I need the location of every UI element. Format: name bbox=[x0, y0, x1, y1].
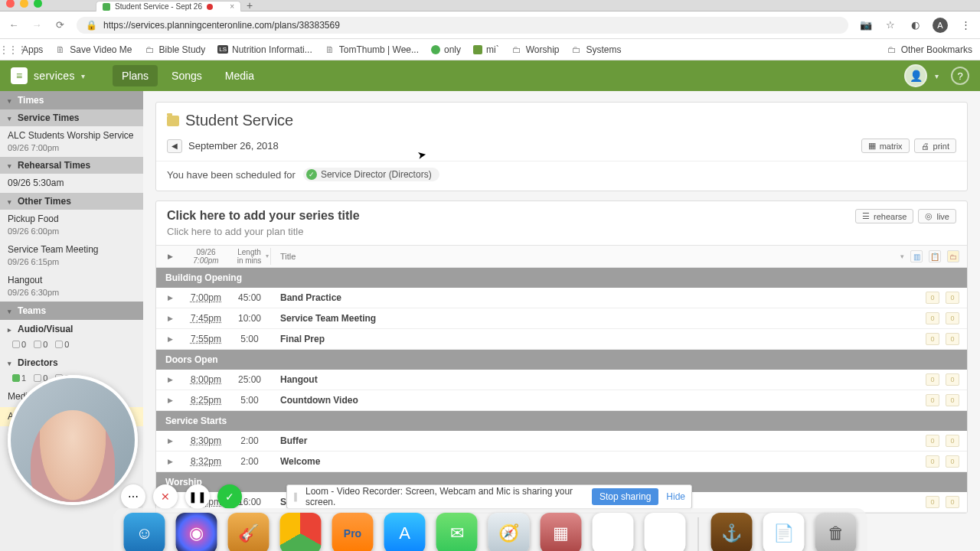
dock-app-anno1602[interactable]: ⚓ bbox=[711, 513, 753, 551]
sidebar-other-item[interactable]: Pickup Food09/26 6:00pm bbox=[0, 210, 143, 240]
columns-icon[interactable]: ▥ bbox=[910, 250, 923, 262]
note-count-icon[interactable]: 0 bbox=[926, 394, 939, 406]
item-title[interactable]: Band Practice bbox=[271, 292, 926, 303]
prev-plan-button[interactable]: ◀ bbox=[167, 139, 182, 153]
window-controls[interactable] bbox=[6, 0, 42, 8]
sidebar-service-times[interactable]: Service Times bbox=[0, 109, 143, 126]
length-column[interactable]: Lengthin mins▾ bbox=[228, 248, 271, 265]
item-length[interactable]: 5:00 bbox=[228, 395, 271, 406]
loom-done-button[interactable]: ✓ bbox=[217, 484, 242, 509]
item-title[interactable]: Welcome bbox=[271, 456, 926, 467]
item-length[interactable]: 25:00 bbox=[228, 374, 271, 385]
print-button[interactable]: 🖨print bbox=[914, 139, 956, 153]
brand[interactable]: ≡ services ▾ bbox=[11, 67, 85, 84]
play-column[interactable]: ▶ bbox=[156, 253, 184, 260]
dock-app-trash[interactable]: 🗑 bbox=[815, 513, 857, 551]
apps-button[interactable]: ⋮⋮⋮Apps bbox=[8, 44, 43, 55]
attachment-count-icon[interactable]: 0 bbox=[946, 333, 959, 345]
plan-item-row[interactable]: ▶8:32pm2:00Welcome00 bbox=[156, 452, 967, 472]
note-count-icon[interactable]: 0 bbox=[926, 435, 939, 447]
maximize-window[interactable] bbox=[34, 0, 42, 8]
service-title[interactable]: Student Service bbox=[185, 112, 293, 129]
star-icon[interactable]: ☆ bbox=[884, 18, 897, 32]
dock-app-appstore[interactable]: A bbox=[384, 513, 426, 551]
dock-app-numbers[interactable]: ▦ bbox=[541, 513, 582, 551]
other-bookmarks[interactable]: 🗀Other Bookmarks bbox=[887, 44, 972, 55]
dock-app-safari[interactable]: 🧭 bbox=[488, 513, 530, 551]
loom-pause-button[interactable]: ❚❚ bbox=[185, 484, 210, 509]
loom-cancel-button[interactable]: ✕ bbox=[153, 484, 178, 509]
close-window[interactable] bbox=[6, 0, 15, 8]
attachment-count-icon[interactable]: 0 bbox=[946, 394, 959, 406]
live-button[interactable]: ◎live bbox=[918, 209, 956, 223]
loom-more-button[interactable]: ⋯ bbox=[121, 484, 145, 509]
item-time[interactable]: 8:30pm bbox=[184, 435, 228, 446]
plan-date[interactable]: September 26, 2018 bbox=[188, 140, 279, 152]
matrix-button[interactable]: ▦matrix bbox=[861, 139, 910, 153]
plan-item-row[interactable]: ▶8:00pm25:00Hangout00 bbox=[156, 370, 967, 390]
bookmark-item[interactable]: 🗀Systems bbox=[571, 44, 621, 55]
clipboard-icon[interactable]: 📋 bbox=[929, 250, 941, 262]
dock-app-finder[interactable]: ☺ bbox=[124, 513, 165, 551]
item-time[interactable]: 7:55pm bbox=[184, 334, 228, 344]
note-count-icon[interactable]: 0 bbox=[926, 455, 939, 468]
sidebar-team-av[interactable]: Audio/Visual bbox=[0, 320, 143, 338]
extension-icon[interactable]: ◐ bbox=[908, 18, 922, 32]
section-header[interactable]: Doors Open bbox=[156, 350, 967, 370]
bookmark-item[interactable]: only bbox=[431, 44, 461, 55]
play-icon[interactable]: ▶ bbox=[156, 335, 184, 343]
dock-app-chrome[interactable] bbox=[280, 513, 322, 551]
series-title-input[interactable]: Click here to add your series title bbox=[167, 209, 855, 223]
item-time[interactable]: 8:32pm bbox=[184, 456, 228, 467]
attachment-count-icon[interactable]: 0 bbox=[946, 292, 959, 304]
attachment-count-icon[interactable]: 0 bbox=[946, 455, 959, 468]
sidebar-rehearsal-times[interactable]: Rehearsal Times bbox=[0, 157, 143, 174]
sidebar-other-times[interactable]: Other Times bbox=[0, 193, 143, 210]
camera-icon[interactable]: 📷 bbox=[859, 18, 873, 32]
section-header[interactable]: Building Opening bbox=[156, 268, 967, 288]
plan-title-input[interactable]: Click here to add your plan title bbox=[167, 226, 855, 237]
note-count-icon[interactable]: 0 bbox=[926, 312, 939, 324]
item-length[interactable]: 5:00 bbox=[228, 334, 271, 344]
item-time[interactable]: 7:00pm bbox=[184, 292, 228, 303]
section-header[interactable]: Service Starts bbox=[156, 411, 967, 431]
reload-button[interactable]: ⟳ bbox=[54, 19, 66, 31]
bookmark-item[interactable]: LSNutrition Informati... bbox=[217, 44, 312, 55]
nav-plans[interactable]: Plans bbox=[113, 65, 158, 86]
play-icon[interactable]: ▶ bbox=[156, 458, 184, 465]
play-icon[interactable]: ▶ bbox=[156, 376, 184, 383]
play-icon[interactable]: ▶ bbox=[156, 315, 184, 322]
minimize-window[interactable] bbox=[20, 0, 28, 8]
bookmark-item[interactable]: mi` bbox=[473, 44, 499, 55]
item-time[interactable]: 8:00pm bbox=[184, 374, 228, 385]
rehearse-button[interactable]: ☰rehearse bbox=[855, 209, 913, 223]
item-length[interactable]: 45:00 bbox=[228, 292, 271, 303]
bookmark-item[interactable]: 🗀Worship bbox=[511, 44, 560, 55]
dock-app-messages[interactable]: ✉ bbox=[436, 513, 478, 551]
sidebar-teams-header[interactable]: Teams bbox=[0, 302, 143, 320]
item-title[interactable]: Hangout bbox=[271, 374, 926, 385]
role-badge[interactable]: ✓ Service Director (Directors) bbox=[303, 168, 439, 181]
item-time[interactable]: 7:45pm bbox=[184, 313, 228, 324]
dock-app-siri[interactable]: ◉ bbox=[176, 513, 217, 551]
dock-app-activity[interactable]: ◕ bbox=[645, 513, 686, 551]
item-title[interactable]: Service Team Meeting bbox=[271, 313, 926, 324]
note-count-icon[interactable]: 0 bbox=[926, 333, 939, 345]
dock-app-loom[interactable]: ✱ bbox=[593, 513, 634, 551]
nav-media[interactable]: Media bbox=[216, 65, 263, 86]
item-time[interactable]: 8:25pm bbox=[184, 395, 228, 406]
time-column[interactable]: 09/267:00pm bbox=[184, 248, 228, 265]
close-tab-icon[interactable]: × bbox=[230, 2, 234, 11]
play-icon[interactable]: ▶ bbox=[156, 437, 184, 445]
user-avatar[interactable]: 👤 bbox=[904, 64, 927, 87]
item-title[interactable]: Final Prep bbox=[271, 334, 926, 344]
item-length[interactable]: 2:00 bbox=[228, 456, 271, 467]
play-icon[interactable]: ▶ bbox=[156, 294, 184, 302]
plan-item-row[interactable]: ▶8:30pm2:00Buffer00 bbox=[156, 431, 967, 452]
folder-icon[interactable]: 🗀 bbox=[947, 250, 959, 262]
profile-avatar[interactable]: A bbox=[933, 18, 948, 33]
nav-songs[interactable]: Songs bbox=[162, 65, 211, 86]
share-bar-drag-icon[interactable]: ∥ bbox=[293, 491, 298, 502]
item-length[interactable]: 10:00 bbox=[228, 313, 271, 324]
help-button[interactable]: ? bbox=[951, 67, 969, 85]
